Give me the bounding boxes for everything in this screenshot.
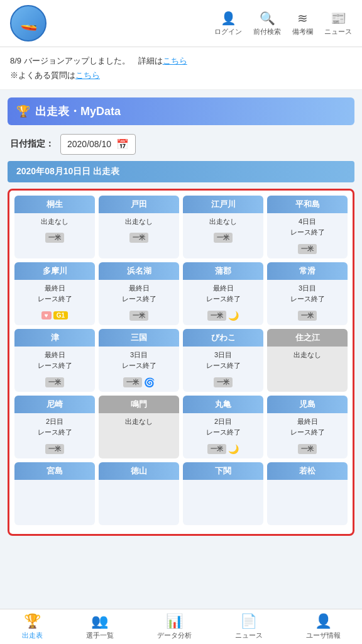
logo[interactable]: 🚤 [10, 5, 47, 42]
venue-status-marugame: レース終了 [185, 427, 261, 438]
date-value: 2020/08/10 [67, 139, 111, 149]
venue-name-tsu: 津 [14, 329, 95, 347]
venue-name-naruto: 鳴門 [99, 396, 179, 413]
nav-race[interactable]: 🏆 出走表 [22, 613, 43, 640]
main-content: 🏆 出走表・MyData 日付指定： 2020/08/10 📅 2020年08月… [0, 90, 362, 587]
venue-toda[interactable]: 戸田 出走なし 一米 [99, 196, 179, 258]
venue-row-5: 宮島 徳山 下関 若松 [14, 462, 348, 525]
venue-tokoname[interactable]: 常滑 3日目 レース終了 一米 [267, 262, 348, 325]
venue-day-gamagori: 最終日 [185, 283, 261, 294]
venue-shimonoseki[interactable]: 下関 [183, 462, 263, 525]
trophy-icon: 🏆 [16, 104, 30, 118]
nav-news[interactable]: 📄 ニュース [235, 613, 263, 640]
venue-tsu[interactable]: 津 最終日 レース終了 一米 [14, 329, 95, 392]
badge-tsu: 一米 [45, 377, 64, 387]
venue-amagasaki[interactable]: 尼崎 2日目 レース終了 一米 [14, 396, 95, 458]
venue-body-suminoe: 出走なし [267, 347, 348, 364]
venue-name-shimonoseki: 下関 [183, 462, 263, 480]
venue-day-kojima: 最終日 [270, 416, 345, 428]
data-nav-icon: 📊 [166, 613, 183, 630]
venue-tamagawa[interactable]: 多摩川 最終日 レース終了 ♥ G1 [14, 262, 95, 325]
badge-toda: 一米 [129, 233, 148, 243]
venue-body-mikuni: 3日目 レース終了 [99, 347, 179, 375]
badge-heiwajima: 一米 [298, 244, 317, 254]
login-label: ログイン [214, 27, 242, 36]
venue-day-amagasaki: 2日目 [17, 416, 92, 428]
venue-day-heiwajima: 4日目 [270, 216, 345, 228]
venue-name-marugame: 丸亀 [183, 396, 263, 413]
badge-biwako: 一米 [214, 377, 233, 387]
venue-body-marugame: 2日目 レース終了 [183, 413, 263, 441]
news-label: ニュース [324, 27, 352, 36]
badge-heart-tamagawa: ♥ [41, 311, 52, 319]
notes-icon: ≋ [297, 11, 308, 26]
venue-marugame[interactable]: 丸亀 2日目 レース終了 一米 🌙 [183, 396, 263, 458]
news-icon: 📰 [331, 11, 346, 26]
venue-status-tamagawa: レース終了 [17, 294, 92, 305]
venue-wakamatsu[interactable]: 若松 [267, 462, 348, 525]
notice-link-2[interactable]: こちら [75, 70, 100, 80]
date-input[interactable]: 2020/08/10 📅 [60, 134, 136, 155]
date-label: 日付指定： [10, 138, 54, 150]
venue-status-biwako: レース終了 [185, 360, 261, 372]
venue-row-1: 桐生 出走なし 一米 戸田 出走なし 一米 江戸川 [14, 196, 348, 258]
players-nav-icon: 👥 [91, 613, 108, 630]
notes-label: 備考欄 [292, 27, 313, 36]
venue-gamagori[interactable]: 蒲郡 最終日 レース終了 一米 🌙 [183, 262, 263, 325]
news-button[interactable]: 📰 ニュース [324, 11, 352, 36]
venue-edogawa[interactable]: 江戸川 出走なし 一米 [183, 196, 263, 258]
venue-miyajima[interactable]: 宮島 [14, 462, 95, 525]
logo-icon: 🚤 [20, 15, 37, 31]
search-button[interactable]: 🔍 前付検索 [253, 11, 281, 36]
venue-body-toda: 出走なし [99, 213, 179, 231]
venue-suminoe[interactable]: 住之江 出走なし [267, 329, 348, 392]
calendar-icon: 📅 [116, 138, 129, 150]
notice-link-1[interactable]: こちら [163, 56, 187, 65]
venue-footer-heiwajima: 一米 [267, 242, 348, 257]
notes-button[interactable]: ≋ 備考欄 [292, 11, 313, 36]
venue-name-amagasaki: 尼崎 [14, 396, 95, 413]
venue-footer-suminoe [267, 364, 348, 379]
venue-body-biwako: 3日目 レース終了 [183, 347, 263, 375]
badge-edogawa: 一米 [214, 233, 233, 243]
venue-naruto[interactable]: 鳴門 出走なし [99, 396, 179, 458]
nav-user[interactable]: 👤 ユーザ情報 [306, 613, 341, 640]
venue-body-gamagori: 最終日 レース終了 [183, 280, 263, 308]
venue-footer-gamagori: 一米 🌙 [183, 308, 263, 323]
venue-name-biwako: びわこ [183, 329, 263, 347]
nav-data[interactable]: 📊 データ分析 [157, 613, 192, 640]
venue-mikuni[interactable]: 三国 3日目 レース終了 一米 🌀 [99, 329, 179, 392]
search-icon: 🔍 [260, 11, 275, 26]
venue-heiwajima[interactable]: 平和島 4日目 レース終了 一米 [267, 196, 348, 258]
venue-footer-kiryuu: 一米 [14, 230, 95, 245]
venue-name-gamagori: 蒲郡 [183, 262, 263, 280]
venue-footer-amagasaki: 一米 [14, 441, 95, 457]
venue-name-edogawa: 江戸川 [183, 196, 263, 213]
nav-players[interactable]: 👥 選手一覧 [86, 613, 114, 640]
venue-biwako[interactable]: びわこ 3日目 レース終了 一米 [183, 329, 263, 392]
venue-tokuyama[interactable]: 徳山 [99, 462, 179, 525]
venue-hamanako[interactable]: 浜名湖 最終日 レース終了 一米 [99, 262, 179, 325]
venue-body-tokoname: 3日目 レース終了 [267, 280, 348, 308]
venue-name-miyajima: 宮島 [14, 462, 95, 480]
badge-marugame: 一米 [207, 444, 226, 454]
venue-row-4: 尼崎 2日目 レース終了 一米 鳴門 出走なし 丸亀 2日目 [14, 396, 348, 458]
venue-footer-biwako: 一米 [183, 375, 263, 390]
venue-name-kiryuu: 桐生 [14, 196, 95, 213]
login-button[interactable]: 👤 ログイン [214, 11, 242, 36]
venue-body-kiryuu: 出走なし [14, 213, 95, 231]
venue-body-tamagawa: 最終日 レース終了 [14, 280, 95, 308]
venue-name-wakamatsu: 若松 [267, 462, 348, 480]
venue-kiryuu[interactable]: 桐生 出走なし 一米 [14, 196, 95, 258]
section-header: 🏆 出走表・MyData [8, 97, 354, 125]
venue-footer-toda: 一米 [99, 230, 179, 245]
header: 🚤 👤 ログイン 🔍 前付検索 ≋ 備考欄 📰 ニュース [0, 0, 362, 47]
trophy-nav-icon: 🏆 [24, 613, 41, 630]
nav-players-label: 選手一覧 [86, 631, 114, 640]
venue-name-toda: 戸田 [99, 196, 179, 213]
venue-day-tsu: 最終日 [17, 350, 92, 361]
venue-status-tokoname: レース終了 [270, 294, 345, 305]
venue-footer-hamanako: 一米 [99, 308, 179, 323]
venue-kojima[interactable]: 児島 最終日 レース終了 一米 [267, 396, 348, 458]
venue-status-edogawa: 出走なし [185, 216, 261, 228]
